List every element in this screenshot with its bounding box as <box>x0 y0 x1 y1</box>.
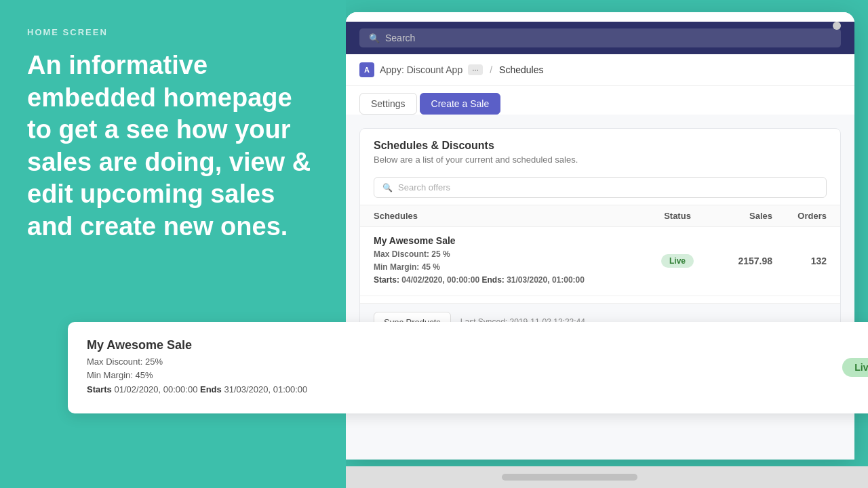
search-offers-input: Search offers <box>398 182 450 192</box>
sale-card-right: Live 2157.98 132 <box>842 358 868 377</box>
sale-card-dates: Starts 01/02/2020, 00:00:00 Ends 31/03/2… <box>87 383 307 397</box>
row-orders: 132 <box>772 256 827 266</box>
live-badge: Live <box>661 254 694 268</box>
search-icon: 🔍 <box>369 33 380 43</box>
app-icon: A <box>359 62 374 77</box>
right-panel: 🔍 Search A Appy: Discount App ··· / Sche… <box>346 0 868 488</box>
sale-card-max-discount: Max Discount: 25% <box>87 355 307 369</box>
row-name: My Awesome Sale <box>374 235 644 246</box>
scroll-thumb <box>502 474 637 481</box>
row-sales: 2157.98 <box>711 256 772 266</box>
section-desc: Below are a list of your current and sch… <box>374 155 827 165</box>
ends-label: Ends: <box>481 275 504 285</box>
row-info: My Awesome Sale Max Discount: 25 % Min M… <box>374 235 644 287</box>
starts-value: 01/02/2020, 00:00:00 <box>114 384 197 394</box>
table-row[interactable]: My Awesome Sale Max Discount: 25 % Min M… <box>360 227 840 296</box>
section-card: Schedules & Discounts Below are a list o… <box>359 128 841 342</box>
search-placeholder: Search <box>385 33 415 43</box>
ends-value: 31/03/2020, 01:00:00 <box>224 384 307 394</box>
starts-label: Starts <box>87 384 112 394</box>
sale-card-title: My Awesome Sale <box>87 338 307 352</box>
tabs-bar: Settings Create a Sale <box>346 86 854 115</box>
breadcrumb: A Appy: Discount App ··· / Schedules <box>346 54 854 86</box>
screen-label: HOME SCREEN <box>27 27 319 37</box>
row-min-margin: Min Margin: 45 % <box>374 261 644 274</box>
breadcrumb-app-name: Appy: Discount App <box>380 64 462 75</box>
col-header-schedule: Schedules <box>374 211 644 221</box>
ends-label: Ends <box>200 384 222 394</box>
starts-date: 04/02/2020, 00:00:00 <box>401 275 481 285</box>
sale-card-info: My Awesome Sale Max Discount: 25% Min Ma… <box>87 338 307 397</box>
search-bar[interactable]: 🔍 Search <box>359 28 841 47</box>
search-offers-bar[interactable]: 🔍 Search offers <box>374 177 827 198</box>
tab-settings[interactable]: Settings <box>359 93 417 115</box>
tab-create-sale[interactable]: Create a Sale <box>420 93 501 115</box>
search-offers-icon: 🔍 <box>382 183 393 192</box>
section-title: Schedules & Discounts <box>374 140 827 152</box>
sale-card-min-margin: Min Margin: 45% <box>87 369 307 383</box>
col-header-status: Status <box>644 211 711 221</box>
row-status: Live <box>644 254 711 268</box>
section-header: Schedules & Discounts Below are a list o… <box>360 129 840 170</box>
table-header: Schedules Status Sales Orders <box>360 205 840 227</box>
breadcrumb-separator: / <box>488 64 494 75</box>
col-header-orders: Orders <box>772 211 827 221</box>
browser-top-chrome <box>346 12 854 22</box>
sale-card: My Awesome Sale Max Discount: 25% Min Ma… <box>68 322 868 413</box>
row-max-discount: Max Discount: 25 % <box>374 248 644 261</box>
ends-date: 31/03/2020, 01:00:00 <box>507 275 585 285</box>
bottom-scroll-bar <box>271 466 868 488</box>
app-header: 🔍 Search <box>346 22 854 54</box>
breadcrumb-current: Schedules <box>499 64 543 75</box>
starts-label: Starts: <box>374 275 399 285</box>
browser-control-dot <box>833 22 841 30</box>
left-panel: HOME SCREEN An informative embedded home… <box>0 0 346 488</box>
col-header-sales: Sales <box>711 211 772 221</box>
main-heading: An informative embedded homepage to get … <box>27 49 319 243</box>
sale-card-live-badge: Live <box>842 358 868 377</box>
breadcrumb-pill: ··· <box>468 64 483 75</box>
row-dates: Starts: 04/02/2020, 00:00:00 Ends: 31/03… <box>374 274 644 287</box>
